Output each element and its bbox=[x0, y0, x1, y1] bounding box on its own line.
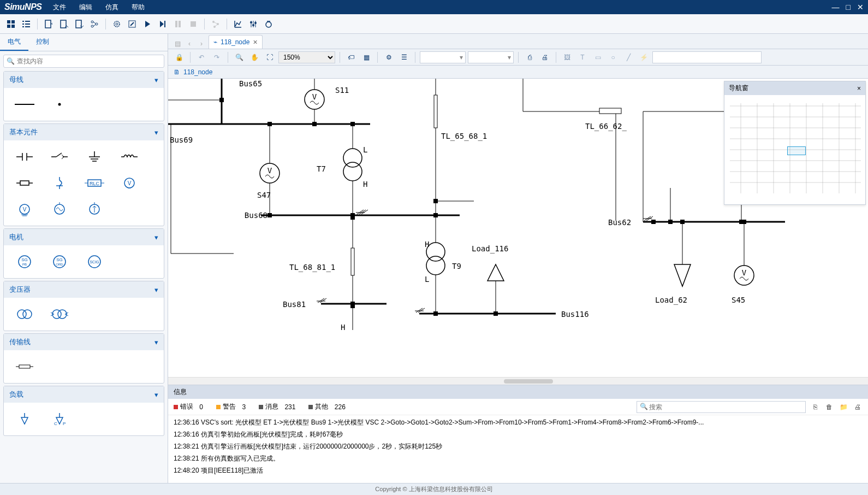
grid-toggle-icon[interactable]: ▦ bbox=[360, 51, 373, 64]
sliders-icon[interactable] bbox=[247, 17, 260, 31]
component-search-input[interactable] bbox=[3, 55, 164, 68]
page-up-icon[interactable] bbox=[73, 17, 86, 31]
bus-node-component[interactable] bbox=[43, 92, 76, 116]
sidebar-tab-control[interactable]: 控制 bbox=[28, 34, 57, 51]
graph-icon[interactable] bbox=[209, 17, 222, 31]
svg-point-17 bbox=[116, 23, 118, 25]
undo-icon[interactable]: ↶ bbox=[195, 51, 208, 64]
settings-icon[interactable]: ⚙ bbox=[382, 51, 395, 64]
edit-icon[interactable] bbox=[126, 17, 139, 31]
inductor-component[interactable] bbox=[113, 145, 146, 169]
minimize-button[interactable]: — bbox=[832, 3, 840, 11]
filter-warning[interactable]: 警告 3 bbox=[216, 402, 246, 411]
tab-prev-icon[interactable]: ‹ bbox=[185, 39, 194, 49]
text-icon[interactable]: T bbox=[576, 51, 589, 64]
step-icon[interactable] bbox=[156, 17, 169, 31]
palette-header-transformer[interactable]: 变压器▾ bbox=[4, 281, 164, 298]
filter-error[interactable]: 错误 0 bbox=[174, 402, 203, 411]
palette-header-bus[interactable]: 母线▾ bbox=[4, 72, 164, 88]
redo-icon[interactable]: ↷ bbox=[210, 51, 223, 64]
lock-icon[interactable]: 🔒 bbox=[173, 51, 186, 64]
maximize-button[interactable]: □ bbox=[846, 3, 851, 11]
rlc-component[interactable]: RLC bbox=[78, 171, 111, 195]
navigator-minimap[interactable] bbox=[724, 95, 865, 204]
zoom-icon[interactable]: 🔍 bbox=[233, 51, 246, 64]
menu-file[interactable]: 文件 bbox=[53, 3, 66, 12]
palette-header-load[interactable]: 负载▾ bbox=[4, 386, 164, 403]
filter-message[interactable]: 消息 231 bbox=[259, 402, 295, 411]
menu-edit[interactable]: 编辑 bbox=[79, 3, 92, 12]
scig-component[interactable]: SCIG bbox=[78, 250, 111, 274]
chart-icon[interactable] bbox=[231, 17, 245, 31]
stop-icon[interactable] bbox=[187, 17, 200, 31]
transformer-2w-component[interactable] bbox=[8, 302, 41, 326]
switch-component[interactable] bbox=[43, 145, 76, 169]
navigator-panel[interactable]: 导航窗 × bbox=[724, 81, 866, 205]
info-panel-title: 信息 bbox=[168, 385, 868, 399]
sg-ord-component[interactable]: SGORD bbox=[43, 250, 76, 274]
current-source-component[interactable] bbox=[78, 197, 111, 221]
page-down-icon[interactable] bbox=[57, 17, 70, 31]
folder-icon[interactable]: 📁 bbox=[839, 402, 848, 412]
resistor-component[interactable] bbox=[8, 171, 41, 195]
tag-icon[interactable]: 🏷 bbox=[344, 51, 358, 64]
print-icon[interactable]: 🖨 bbox=[538, 51, 551, 64]
zoom-select[interactable]: 150% bbox=[278, 51, 335, 63]
canvas-search-input[interactable] bbox=[652, 51, 762, 63]
close-icon[interactable]: × bbox=[857, 85, 861, 92]
bus-line-component[interactable] bbox=[8, 92, 41, 116]
rect-icon[interactable]: ▭ bbox=[591, 51, 604, 64]
tab-118-node[interactable]: ⌁ 118_node × bbox=[209, 35, 263, 49]
menu-help[interactable]: 帮助 bbox=[132, 3, 145, 12]
scope-icon[interactable] bbox=[262, 17, 275, 31]
info-messages[interactable]: 12:36:16 VSC's sort: 光伏模型 ET 1->光伏模型 Bus… bbox=[168, 415, 868, 483]
pause-icon[interactable] bbox=[171, 17, 185, 31]
load-component[interactable] bbox=[8, 407, 41, 431]
ideal-switch-component[interactable] bbox=[43, 171, 76, 195]
pan-icon[interactable]: ✋ bbox=[248, 51, 261, 64]
svg-rect-53 bbox=[19, 365, 30, 368]
page-new-icon[interactable] bbox=[42, 17, 55, 31]
palette-header-transmission[interactable]: 传输线▾ bbox=[4, 334, 164, 350]
export-icon[interactable]: ⎙ bbox=[523, 51, 536, 64]
voltage-source-component[interactable]: V bbox=[8, 197, 41, 221]
layer-select-2[interactable]: ▾ bbox=[468, 51, 514, 63]
layer-select-1[interactable]: ▾ bbox=[420, 51, 466, 63]
tab-next-icon[interactable]: › bbox=[197, 39, 206, 49]
canvas-scrollbar-h[interactable] bbox=[168, 377, 868, 385]
close-icon[interactable]: × bbox=[253, 38, 257, 46]
transformer-3w-component[interactable] bbox=[43, 302, 76, 326]
image-icon[interactable]: 🖼 bbox=[561, 51, 574, 64]
palette-header-basic[interactable]: 基本元件▾ bbox=[4, 124, 164, 140]
sg-pb-component[interactable]: SGPB bbox=[8, 250, 41, 274]
gear-icon[interactable] bbox=[110, 17, 123, 31]
list-icon[interactable] bbox=[20, 17, 33, 31]
ground-component[interactable] bbox=[78, 145, 111, 169]
grid-icon[interactable] bbox=[4, 17, 17, 31]
line-icon[interactable]: ╱ bbox=[622, 51, 635, 64]
fit-icon[interactable]: ⛶ bbox=[263, 51, 276, 64]
menu-sim[interactable]: 仿真 bbox=[105, 3, 118, 12]
filter-other[interactable]: 其他 226 bbox=[308, 402, 345, 411]
cvp-load-component[interactable]: CP bbox=[43, 407, 76, 431]
transmission-line-component[interactable] bbox=[8, 355, 41, 379]
print-icon[interactable]: 🖨 bbox=[853, 402, 863, 412]
canvas[interactable]: Bus65 Bus69 V S11 V bbox=[168, 79, 868, 377]
ac-source-component[interactable] bbox=[43, 197, 76, 221]
breadcrumb-path[interactable]: 118_node bbox=[183, 68, 212, 76]
tab-home-icon[interactable]: ▤ bbox=[173, 39, 182, 49]
palette-header-machine[interactable]: 电机▾ bbox=[4, 229, 164, 245]
capacitor-component[interactable] bbox=[8, 145, 41, 169]
breadcrumb: 🗎 118_node bbox=[168, 66, 868, 79]
settings-tree-icon[interactable] bbox=[88, 17, 101, 31]
copy-icon[interactable]: ⎘ bbox=[810, 402, 820, 412]
circle-icon[interactable]: ○ bbox=[607, 51, 620, 64]
sidebar-tab-electrical[interactable]: 电气 bbox=[0, 34, 28, 51]
play-icon[interactable] bbox=[141, 17, 154, 31]
layers-icon[interactable]: ☰ bbox=[397, 51, 411, 64]
close-button[interactable]: ✕ bbox=[857, 3, 864, 11]
info-search-input[interactable] bbox=[637, 401, 806, 413]
delete-icon[interactable]: 🗑 bbox=[824, 402, 834, 412]
lightning-icon[interactable]: ⚡ bbox=[637, 51, 650, 64]
voltmeter-component[interactable]: V bbox=[113, 171, 146, 195]
